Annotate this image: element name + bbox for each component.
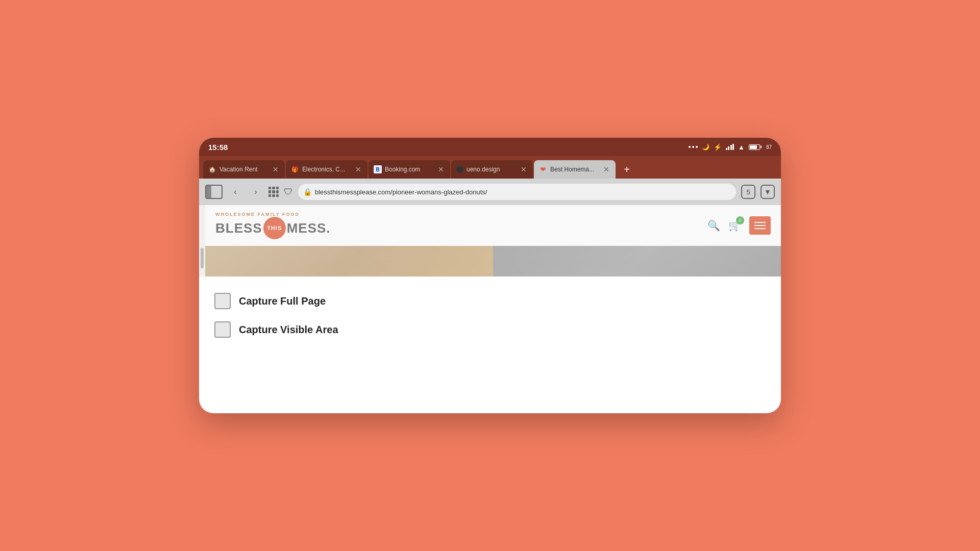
tab-close-bless[interactable]: ✕ (602, 165, 610, 173)
moon-icon: 🌙 (702, 143, 709, 151)
web-content-area: WHOLESOME FAMILY FOOD BLESS THIS MESS. 🔍… (199, 205, 781, 277)
tab-title-bless: Best Homema... (550, 166, 599, 173)
status-time: 15:58 (208, 143, 228, 152)
tab-favicon-ueno (456, 166, 463, 173)
logo-subtitle: WHOLESOME FAMILY FOOD (215, 212, 331, 217)
tab-count-badge[interactable]: 5 (741, 185, 755, 199)
capture-visible-area-item[interactable]: Capture Visible Area (214, 315, 766, 344)
cart-badge: 0 (736, 216, 744, 224)
status-icons: 🌙 ⚡ ▲ 87 (689, 143, 772, 151)
url-bar[interactable]: 🔒 blessthismessplease.com/pioneer-womans… (298, 184, 736, 200)
tab-favicon-electronics: 🎁 (291, 165, 299, 173)
tab-bar: 🏠 Vacation Rent ✕ 🎁 Electronics, C... ✕ … (199, 156, 781, 179)
back-button[interactable]: ‹ (228, 184, 243, 199)
hamburger-line-1 (754, 222, 766, 223)
search-icon[interactable]: 🔍 (707, 219, 720, 232)
screenshot-dropdown: Capture Full Page Capture Visible Area (199, 277, 781, 359)
pocket-save-button[interactable]: ▼ (761, 185, 775, 199)
hamburger-line-3 (754, 228, 766, 229)
logo-heart: THIS (263, 217, 286, 239)
logo-part2: MESS. (287, 220, 331, 236)
bluetooth-icon: ⚡ (714, 143, 722, 151)
sidebar-toggle-button[interactable] (205, 185, 223, 199)
tab-ueno[interactable]: ueno.design ✕ (451, 160, 533, 179)
tab-favicon-bless: ❤ (539, 165, 547, 173)
logo-part1: BLESS (215, 220, 262, 236)
status-bar: 15:58 🌙 ⚡ ▲ 87 (199, 138, 781, 156)
tab-favicon-booking: B (374, 165, 382, 173)
scrollbar[interactable] (199, 205, 205, 277)
wifi-icon: ▲ (738, 143, 745, 151)
battery-percent: 87 (766, 144, 772, 150)
site-logo: WHOLESOME FAMILY FOOD BLESS THIS MESS. (215, 212, 331, 239)
tab-close-ueno[interactable]: ✕ (520, 165, 528, 173)
food-image-1 (205, 246, 493, 277)
website-header: WHOLESOME FAMILY FOOD BLESS THIS MESS. 🔍… (205, 205, 781, 246)
tab-count: 5 (746, 188, 750, 196)
logo-text: BLESS THIS MESS. (215, 217, 331, 239)
tab-favicon-vacation: 🏠 (208, 165, 216, 173)
food-image-strip (205, 246, 781, 277)
tab-title-booking: Booking.com (385, 166, 434, 173)
tab-title-electronics: Electronics, C... (302, 166, 351, 173)
capture-full-page-checkbox[interactable] (214, 293, 231, 309)
plus-icon: + (624, 164, 630, 176)
tab-title-vacation: Vacation Rent (219, 166, 268, 173)
add-tab-button[interactable]: + (619, 161, 635, 178)
hamburger-menu-button[interactable] (749, 216, 771, 235)
apps-grid-button[interactable] (268, 187, 279, 197)
forward-button[interactable]: › (248, 184, 263, 199)
more-icon (689, 146, 698, 148)
tab-vacation[interactable]: 🏠 Vacation Rent ✕ (203, 160, 285, 179)
capture-full-page-item[interactable]: Capture Full Page (214, 287, 766, 315)
hamburger-line-2 (754, 225, 766, 226)
address-bar: ‹ › 🛡 🔒 blessthismessplease.com/pioneer-… (199, 179, 781, 205)
url-text: blessthismessplease.com/pioneer-womans-g… (315, 188, 731, 196)
tab-booking[interactable]: B Booking.com ✕ (369, 160, 450, 179)
capture-full-page-label: Capture Full Page (239, 295, 326, 307)
forward-icon: › (254, 187, 257, 196)
signal-icon (726, 144, 734, 150)
header-icons: 🔍 🛒 0 (707, 216, 771, 235)
capture-visible-area-label: Capture Visible Area (239, 324, 338, 336)
battery-icon (749, 144, 760, 150)
food-image-2 (493, 246, 781, 277)
shield-icon: 🛡 (284, 187, 293, 197)
scrollbar-thumb (201, 248, 204, 268)
back-icon: ‹ (234, 187, 236, 196)
pocket-icon: ▼ (764, 188, 771, 196)
device-frame: 15:58 🌙 ⚡ ▲ 87 🏠 V (199, 138, 781, 413)
tab-close-electronics[interactable]: ✕ (354, 165, 362, 173)
tab-close-booking[interactable]: ✕ (437, 165, 445, 173)
lock-icon: 🔒 (303, 188, 312, 196)
tab-bless[interactable]: ❤ Best Homema... ✕ (534, 160, 616, 179)
tab-electronics[interactable]: 🎁 Electronics, C... ✕ (286, 160, 368, 179)
tab-close-vacation[interactable]: ✕ (272, 165, 280, 173)
cart-icon[interactable]: 🛒 0 (728, 219, 741, 232)
capture-visible-area-checkbox[interactable] (214, 321, 231, 338)
tab-title-ueno: ueno.design (467, 166, 517, 173)
